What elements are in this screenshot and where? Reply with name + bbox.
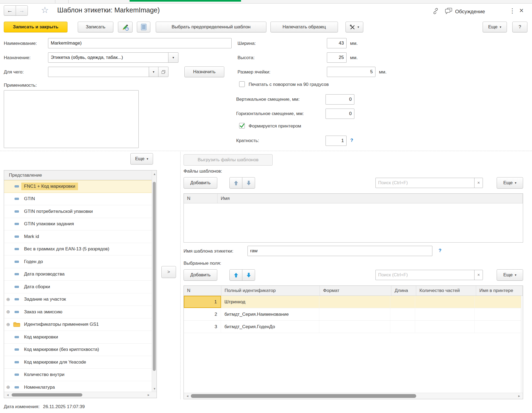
files-search-clear-button[interactable]: ×	[474, 178, 483, 188]
template-name-help-icon[interactable]: ?	[439, 248, 441, 253]
tree-item[interactable]: Код маркировки для Yeacode	[4, 356, 152, 369]
tree-header[interactable]: Представление	[4, 170, 157, 180]
close-icon[interactable]: ×	[519, 6, 524, 15]
files-move-down-button[interactable]	[242, 177, 255, 189]
files-more-button[interactable]: Еще ▾	[497, 177, 523, 189]
tree-vscrollbar[interactable]: ▲ ▼	[152, 170, 157, 392]
row-number-cell[interactable]: 1	[184, 296, 221, 308]
row-cell[interactable]	[390, 296, 415, 308]
row-cell[interactable]: битмдт_Серия.Наименование	[221, 308, 319, 320]
fields-search-field[interactable]	[376, 272, 474, 278]
scroll-right-icon[interactable]: ►	[518, 395, 521, 398]
tree-hscroll-thumb[interactable]	[12, 393, 82, 397]
tree-item[interactable]: GTIN упаковки задания	[4, 218, 152, 231]
forward-button[interactable]: →	[16, 5, 28, 16]
table-row[interactable]: 2битмдт_Серия.Наименование	[184, 308, 521, 321]
files-search-field[interactable]	[376, 180, 474, 186]
row-cell[interactable]: Штрихкод	[221, 296, 319, 308]
tree-item[interactable]: Код маркировки	[4, 331, 152, 344]
multiplicity-help-icon[interactable]: ?	[350, 138, 353, 143]
fields-column-header[interactable]: Имя в принтере	[476, 286, 523, 296]
save-button[interactable]: Записать	[78, 22, 113, 32]
files-add-button[interactable]: Добавить	[184, 177, 217, 189]
fields-more-button[interactable]: Еще ▾	[497, 269, 523, 281]
expand-icon[interactable]: ⊕	[4, 384, 12, 390]
tree-item[interactable]: Код маркировки (без криптохвоста)	[4, 344, 152, 356]
row-cell[interactable]	[319, 308, 391, 320]
for-what-combobox[interactable]: ▾	[48, 67, 168, 77]
scroll-left-icon[interactable]: ◄	[186, 395, 189, 398]
table-row[interactable]: 3битмдт_Серия.ГоденДо	[184, 321, 521, 333]
printer-generated-checkbox[interactable]	[239, 123, 245, 129]
name-input-field[interactable]	[51, 41, 229, 46]
choose-predefined-template-button[interactable]: Выбрать предопределенный шаблон	[156, 22, 266, 32]
files-table-header[interactable]: NИмя	[184, 194, 523, 203]
service-tools-button[interactable]: ▾	[345, 22, 363, 32]
tree-item[interactable]: ⊕Заказ на эмиссию	[4, 306, 152, 318]
tree-vscroll-thumb[interactable]	[153, 182, 156, 371]
fields-move-down-button[interactable]	[242, 269, 255, 281]
row-number-cell[interactable]: 2	[184, 308, 221, 320]
height-input-field[interactable]	[330, 55, 344, 60]
files-column-header[interactable]: Имя	[218, 194, 523, 203]
row-cell[interactable]: битмдт_Серия.ГоденДо	[221, 321, 319, 333]
row-cell[interactable]	[415, 296, 475, 308]
row-cell[interactable]	[475, 308, 521, 320]
vertical-offset-input[interactable]	[326, 94, 354, 105]
row-cell[interactable]	[475, 321, 521, 333]
tree-item[interactable]: Годен до	[4, 256, 152, 268]
multiplicity-input[interactable]	[326, 136, 347, 146]
scroll-right-icon[interactable]: ►	[147, 394, 150, 397]
cell-size-input-field[interactable]	[330, 69, 373, 75]
fields-search-input[interactable]: ×	[375, 270, 483, 280]
tree-item[interactable]: Дата сборки	[4, 281, 152, 293]
scroll-up-icon[interactable]: ▲	[153, 173, 156, 176]
multiplicity-field[interactable]	[328, 138, 344, 143]
row-cell[interactable]	[390, 308, 415, 320]
name-input[interactable]	[48, 38, 232, 48]
tree-item[interactable]: GTIN	[4, 193, 152, 206]
row-number-cell[interactable]: 3	[184, 321, 221, 333]
fields-vscrollbar[interactable]	[521, 296, 523, 393]
scroll-down-icon[interactable]: ▼	[153, 387, 156, 390]
tree-item[interactable]: Количество внутри	[4, 369, 152, 381]
move-right-button[interactable]: >	[161, 266, 176, 278]
print-sample-button[interactable]: Напечатать образец	[270, 22, 338, 32]
row-cell[interactable]	[415, 308, 475, 320]
discussion-icon[interactable]	[445, 8, 452, 15]
expand-icon[interactable]: ⊕	[4, 322, 12, 327]
applicability-textarea[interactable]	[4, 90, 139, 148]
tree-item[interactable]: Mark id	[4, 230, 152, 243]
row-cell[interactable]	[319, 321, 391, 333]
width-input-field[interactable]	[330, 41, 344, 46]
template-name-input[interactable]	[248, 246, 432, 256]
save-and-close-button[interactable]: Записать и закрыть	[4, 22, 67, 32]
fields-column-header[interactable]: N	[184, 286, 221, 296]
row-cell[interactable]	[390, 321, 415, 333]
assign-button[interactable]: Назначить	[184, 66, 224, 77]
tree-item[interactable]: Дата производства	[4, 268, 152, 281]
expand-icon[interactable]: ⊕	[4, 297, 12, 302]
back-button[interactable]: ←	[4, 5, 16, 16]
horizontal-offset-input[interactable]	[326, 109, 354, 119]
row-cell[interactable]	[415, 321, 475, 333]
list-view-button[interactable]	[137, 22, 150, 32]
purpose-dropdown-button[interactable]: ▾	[168, 53, 178, 62]
link-icon[interactable]	[432, 8, 439, 15]
discussion-label[interactable]: Обсуждение	[455, 9, 485, 15]
files-column-header[interactable]: N	[184, 194, 218, 203]
files-search-input[interactable]: ×	[375, 178, 483, 188]
fields-add-button[interactable]: Добавить	[184, 269, 217, 281]
tree-hscrollbar[interactable]: ◄ ►	[4, 392, 157, 398]
purpose-combobox[interactable]: Этикетка (обувь, одежда, табак...) ▾	[48, 52, 178, 63]
form-more-button[interactable]: Еще ▾	[483, 22, 507, 32]
scroll-left-icon[interactable]: ◄	[6, 394, 9, 397]
vertical-offset-field[interactable]	[328, 97, 352, 102]
export-template-files-button[interactable]: Выгрузить файлы шаблонов	[184, 154, 273, 166]
kebab-menu-icon[interactable]: ⋮	[509, 7, 516, 15]
width-input[interactable]	[327, 38, 347, 48]
height-input[interactable]	[327, 52, 347, 63]
fields-column-header[interactable]: Полный идентификатор	[221, 286, 320, 296]
fields-hscroll-thumb[interactable]	[191, 394, 416, 398]
tree-item[interactable]: GTIN потребительской упаковки	[4, 205, 152, 218]
